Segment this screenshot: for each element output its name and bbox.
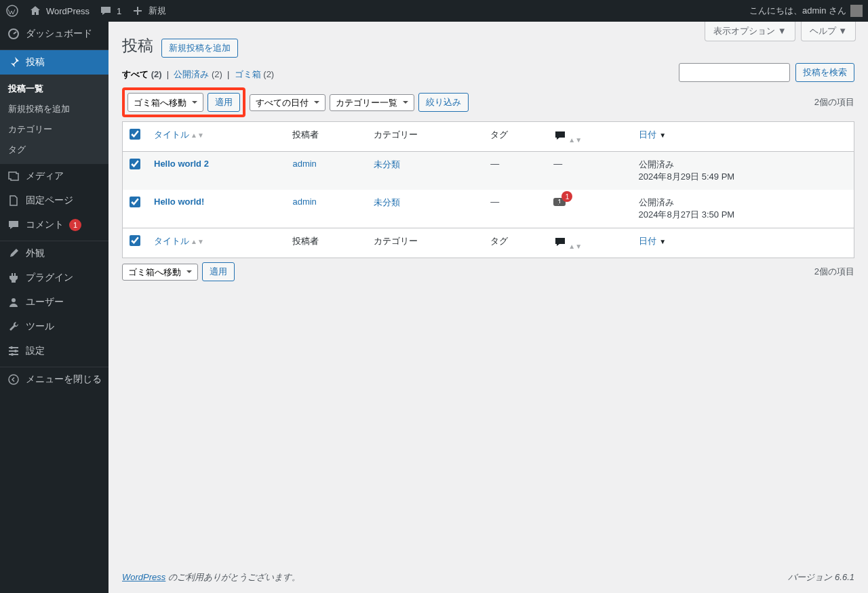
- page-title: 投稿: [122, 35, 153, 56]
- date-filter-select[interactable]: すべての日付: [250, 94, 326, 111]
- sliders-icon: [7, 344, 20, 358]
- sort-icon: ▲▼: [568, 136, 582, 144]
- site-link[interactable]: WordPress: [28, 4, 90, 18]
- footer-wp-link[interactable]: WordPress: [122, 572, 165, 582]
- comment-icon: [553, 129, 567, 142]
- search-input[interactable]: [679, 63, 790, 82]
- col-category: カテゴリー: [367, 228, 484, 258]
- items-count-top: 2個の項目: [814, 96, 854, 108]
- date-cell: 公開済み2024年8月29日 5:49 PM: [632, 152, 854, 190]
- wp-logo[interactable]: [5, 4, 19, 18]
- bulk-action-select[interactable]: ゴミ箱へ移動: [127, 93, 203, 112]
- col-comments[interactable]: ▲▼: [547, 122, 631, 152]
- home-icon: [28, 4, 42, 18]
- submenu-categories[interactable]: カテゴリー: [0, 119, 108, 140]
- menu-media[interactable]: メディア: [0, 164, 108, 188]
- submenu-new-post[interactable]: 新規投稿を追加: [0, 99, 108, 119]
- plus-icon: [131, 4, 144, 18]
- filter-published[interactable]: 公開済み: [174, 69, 209, 79]
- menu-posts-sub: 投稿一覧 新規投稿を追加 カテゴリー タグ: [0, 75, 108, 164]
- plugin-icon: [7, 271, 20, 285]
- col-author: 投稿者: [285, 122, 367, 152]
- bulk-action-select-bottom[interactable]: ゴミ箱へ移動: [122, 264, 198, 281]
- screen-options-button[interactable]: 表示オプション ▼: [705, 22, 795, 41]
- svg-point-2: [12, 298, 16, 302]
- main-content: 表示オプション ▼ ヘルプ ▼ 投稿 新規投稿を追加 すべて (2) | 公開済…: [108, 22, 868, 593]
- version-text: バージョン 6.6.1: [788, 571, 854, 584]
- search-button[interactable]: 投稿を検索: [795, 63, 854, 82]
- menu-comments[interactable]: コメント1: [0, 213, 108, 237]
- help-button[interactable]: ヘルプ ▼: [801, 22, 856, 41]
- submenu-tags[interactable]: タグ: [0, 140, 108, 160]
- page-icon: [7, 194, 20, 207]
- row-checkbox[interactable]: [130, 197, 140, 207]
- items-count-bottom: 2個の項目: [814, 266, 854, 278]
- footer: WordPress のご利用ありがとうございます。 バージョン 6.6.1: [108, 562, 868, 593]
- menu-collapse[interactable]: メニューを閉じる: [0, 367, 108, 392]
- category-filter-select[interactable]: カテゴリー一覧: [330, 94, 414, 111]
- author-link[interactable]: admin: [292, 197, 316, 207]
- category-link[interactable]: 未分類: [374, 197, 400, 207]
- col-category: カテゴリー: [367, 122, 484, 152]
- col-title[interactable]: タイトル▲▼: [147, 228, 285, 258]
- sort-icon: ▼: [658, 238, 667, 245]
- filter-trash[interactable]: ゴミ箱: [235, 69, 261, 79]
- comments-cell[interactable]: 11: [547, 190, 631, 228]
- post-title-link[interactable]: Hello world!: [154, 197, 204, 207]
- col-tag: タグ: [484, 228, 547, 258]
- select-all-bottom[interactable]: [130, 235, 140, 246]
- avatar: [850, 5, 863, 17]
- tag-cell: —: [484, 152, 547, 190]
- category-link[interactable]: 未分類: [374, 159, 400, 169]
- menu-pages[interactable]: 固定ページ: [0, 188, 108, 213]
- col-date[interactable]: 日付 ▼: [632, 122, 854, 152]
- svg-point-6: [9, 375, 18, 384]
- svg-point-3: [10, 346, 13, 349]
- submenu-all-posts[interactable]: 投稿一覧: [0, 79, 108, 99]
- menu-settings[interactable]: 設定: [0, 339, 108, 363]
- user-icon: [7, 295, 20, 309]
- add-new-button[interactable]: 新規投稿を追加: [161, 39, 238, 58]
- comments-badge: 1: [69, 219, 81, 231]
- col-comments[interactable]: ▲▼: [547, 228, 631, 258]
- admin-sidebar: ダッシュボード 投稿 投稿一覧 新規投稿を追加 カテゴリー タグ メディア 固定…: [0, 22, 108, 593]
- author-link[interactable]: admin: [292, 159, 316, 169]
- date-cell: 公開済み2024年8月27日 3:50 PM: [632, 190, 854, 228]
- sort-icon: ▲▼: [191, 131, 204, 139]
- menu-plugins[interactable]: プラグイン: [0, 266, 108, 290]
- brush-icon: [7, 247, 20, 260]
- comment-icon: [99, 4, 113, 18]
- col-author: 投稿者: [285, 228, 367, 258]
- pin-icon: [7, 56, 20, 69]
- menu-appearance[interactable]: 外観: [0, 241, 108, 266]
- new-link[interactable]: 新規: [131, 4, 166, 18]
- collapse-icon: [7, 373, 20, 386]
- apply-button[interactable]: 適用: [208, 93, 240, 112]
- menu-tools[interactable]: ツール: [0, 314, 108, 339]
- admin-bar: WordPress 1 新規 こんにちは、admin さん: [0, 0, 868, 22]
- apply-button-bottom[interactable]: 適用: [202, 262, 235, 281]
- filter-button[interactable]: 絞り込み: [418, 93, 469, 112]
- col-title[interactable]: タイトル▲▼: [147, 122, 285, 152]
- comment-icon: [553, 235, 567, 249]
- comment-icon: [7, 218, 20, 232]
- menu-users[interactable]: ユーザー: [0, 290, 108, 314]
- svg-point-5: [11, 353, 14, 356]
- dashboard-icon: [7, 27, 20, 41]
- col-date[interactable]: 日付 ▼: [632, 228, 854, 258]
- bulk-action-highlight: ゴミ箱へ移動 適用: [122, 87, 245, 117]
- menu-posts[interactable]: 投稿: [0, 50, 108, 75]
- menu-dashboard[interactable]: ダッシュボード: [0, 22, 108, 46]
- comments-link[interactable]: 1: [99, 4, 121, 18]
- col-tag: タグ: [484, 122, 547, 152]
- row-checkbox[interactable]: [130, 159, 140, 169]
- select-all-top[interactable]: [130, 129, 140, 140]
- svg-point-4: [14, 350, 17, 352]
- greeting[interactable]: こんにちは、admin さん: [749, 5, 863, 17]
- sort-icon: ▼: [658, 131, 667, 139]
- post-title-link[interactable]: Hello world 2: [154, 159, 209, 169]
- posts-table: タイトル▲▼ 投稿者 カテゴリー タグ ▲▼ 日付 ▼ Hello world …: [122, 121, 854, 258]
- sort-icon: ▲▼: [191, 238, 204, 245]
- table-row: Hello world 2 admin 未分類 — — 公開済み2024年8月2…: [123, 152, 854, 190]
- filter-all[interactable]: すべて (2): [122, 69, 162, 79]
